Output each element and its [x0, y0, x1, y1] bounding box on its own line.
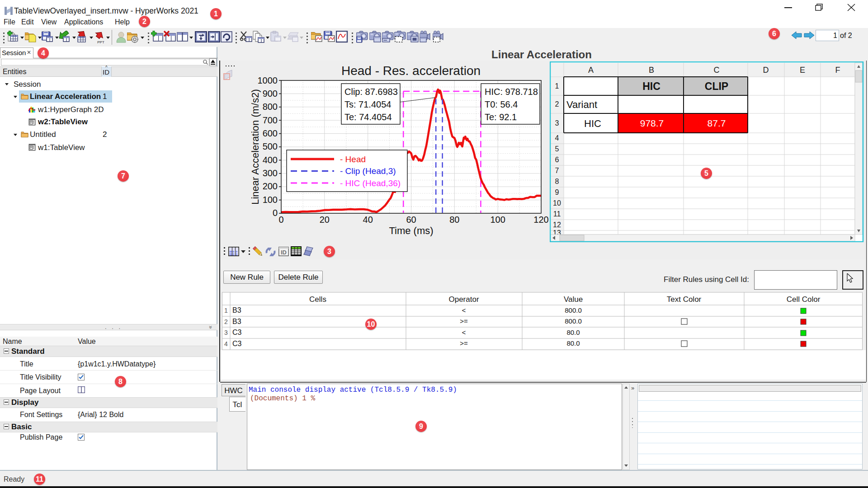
svg-text:T0: 56.4: T0: 56.4 [485, 99, 518, 109]
svg-text:B: B [649, 66, 654, 75]
svg-text:4: 4 [555, 134, 559, 142]
svg-text:80.0: 80.0 [566, 328, 580, 336]
svg-text:2: 2 [224, 318, 228, 325]
svg-text:700: 700 [263, 115, 278, 125]
svg-text:8: 8 [555, 178, 559, 185]
svg-text:1: 1 [555, 82, 559, 90]
svg-text:600: 600 [263, 128, 278, 138]
svg-text:60: 60 [406, 215, 416, 225]
svg-text:PPT: PPT [97, 40, 104, 44]
svg-text:1: 1 [224, 307, 228, 314]
svg-text:120: 120 [533, 215, 548, 225]
svg-text:3: 3 [224, 329, 228, 336]
svg-text:<: < [462, 328, 466, 336]
svg-text:400: 400 [263, 155, 278, 165]
svg-text:>=: >= [460, 317, 468, 325]
svg-text:800.0: 800.0 [565, 306, 582, 314]
svg-text:900: 900 [263, 89, 278, 99]
svg-text:1000: 1000 [258, 75, 278, 85]
svg-text:C: C [714, 66, 720, 75]
svg-text:Head - Res. acceleration: Head - Res. acceleration [341, 64, 481, 78]
svg-text:Cell Color: Cell Color [787, 295, 821, 304]
svg-text:ID: ID [281, 249, 287, 256]
svg-text:10: 10 [553, 199, 561, 207]
svg-text:C3: C3 [232, 328, 242, 336]
svg-text:200: 200 [263, 181, 278, 191]
svg-text:12: 12 [553, 221, 561, 229]
svg-text:0: 0 [273, 208, 278, 218]
svg-text:6: 6 [555, 156, 559, 164]
svg-text:100: 100 [263, 195, 278, 205]
svg-text:Linear Acceleration (m/s2): Linear Acceleration (m/s2) [250, 89, 261, 205]
svg-text:E: E [800, 66, 805, 75]
svg-text:HIC: 978.718: HIC: 978.718 [485, 87, 538, 97]
svg-text:300: 300 [263, 168, 278, 178]
svg-text:5: 5 [555, 145, 559, 153]
svg-text:0: 0 [278, 215, 283, 225]
svg-text:Te: 74.4054: Te: 74.4054 [344, 112, 392, 122]
svg-text:87.7: 87.7 [708, 118, 726, 128]
svg-text:3: 3 [555, 119, 559, 127]
svg-text:80.0: 80.0 [566, 339, 580, 347]
svg-text:B3: B3 [232, 318, 241, 325]
svg-text:- Head: - Head [340, 155, 366, 164]
svg-text:Cells: Cells [309, 295, 326, 304]
svg-text:HIC: HIC [584, 118, 601, 129]
svg-text:B3: B3 [232, 306, 241, 314]
svg-text:Variant: Variant [566, 99, 597, 110]
svg-text:Operator: Operator [448, 295, 479, 304]
svg-text:F: F [835, 66, 840, 75]
svg-text:11: 11 [553, 210, 561, 218]
svg-text:A: A [588, 66, 594, 75]
svg-text:Clip: 87.6983: Clip: 87.6983 [344, 87, 398, 97]
svg-text:40: 40 [363, 215, 373, 225]
svg-text:<: < [462, 306, 466, 314]
svg-text:978.7: 978.7 [640, 118, 664, 128]
svg-text:Te: 92.1: Te: 92.1 [485, 112, 517, 122]
svg-text:9: 9 [555, 188, 559, 196]
svg-text:4: 4 [224, 340, 228, 347]
svg-text:- HIC (Head,36): - HIC (Head,36) [340, 178, 401, 188]
svg-text:80: 80 [449, 215, 459, 225]
svg-text:CLIP: CLIP [705, 80, 728, 92]
svg-text:Ts: 71.4054: Ts: 71.4054 [344, 99, 391, 109]
svg-text:7: 7 [555, 167, 559, 174]
svg-text:C3: C3 [232, 340, 242, 347]
svg-text:>=: >= [460, 339, 468, 347]
svg-text:D: D [763, 66, 769, 75]
svg-text:20: 20 [320, 215, 330, 225]
svg-text:800: 800 [263, 102, 278, 112]
svg-text:Time (ms): Time (ms) [389, 225, 433, 236]
svg-text:- Clip (Head,3): - Clip (Head,3) [340, 166, 396, 176]
svg-text:HIC: HIC [642, 80, 660, 92]
svg-text:Value: Value [564, 295, 583, 304]
svg-text:800.0: 800.0 [565, 317, 582, 325]
svg-text:100: 100 [491, 215, 505, 225]
svg-text:500: 500 [263, 141, 278, 151]
svg-text:Text Color: Text Color [667, 295, 702, 304]
svg-text:2: 2 [555, 100, 559, 108]
